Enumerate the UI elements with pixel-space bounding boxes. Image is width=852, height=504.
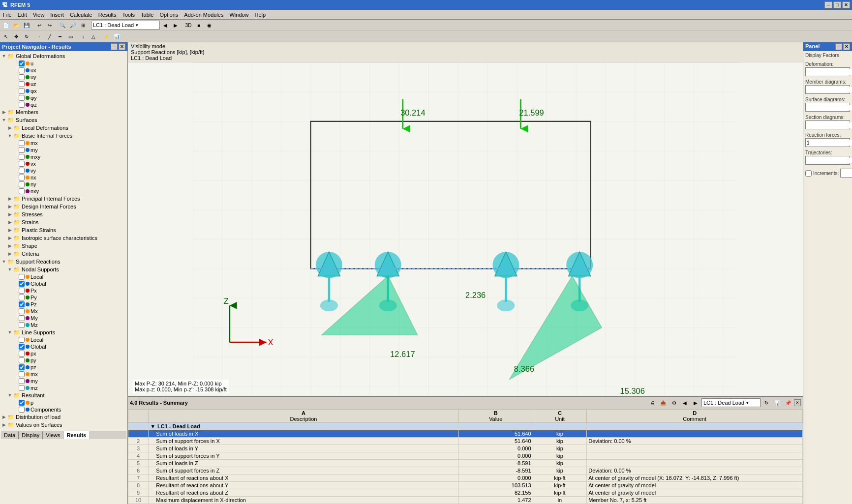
checkbox-ns-mx[interactable] <box>19 308 25 314</box>
checkbox-mx[interactable] <box>19 140 25 146</box>
tree-item-ns-mz[interactable]: Mz <box>1 322 126 328</box>
checkbox-ls-mx[interactable] <box>19 371 25 377</box>
checkbox-phix[interactable] <box>19 88 25 94</box>
menu-window[interactable]: Window <box>226 11 251 19</box>
tree-item-nodal-supports[interactable]: ▼ 📁 Nodal Supports <box>1 266 126 273</box>
results-pin-button[interactable]: 📌 <box>783 398 793 408</box>
render-button[interactable]: ■ <box>194 20 204 30</box>
calc-button[interactable]: ⚡ <box>101 31 111 41</box>
checkbox-ns-px[interactable] <box>19 288 25 294</box>
increments-spinner[interactable]: ▲ ▼ <box>840 169 852 178</box>
menu-view[interactable]: View <box>30 11 48 19</box>
results-filter-button[interactable]: ⚙ <box>669 398 679 408</box>
prev-load-button[interactable]: ◀ <box>160 20 170 30</box>
new-button[interactable]: 📄 <box>1 20 11 30</box>
3d-view-button[interactable]: 3D <box>183 20 193 30</box>
panel-tab-views[interactable]: Views <box>43 431 63 439</box>
panel-tab-display[interactable]: Display <box>19 431 43 439</box>
results-close-button[interactable]: ✕ <box>794 399 801 406</box>
tree-item-members[interactable]: ▶ 📁 Members <box>1 108 126 116</box>
section-diagrams-spinner[interactable]: ▲ ▼ <box>805 120 850 129</box>
checkbox-vx[interactable] <box>19 161 25 167</box>
expand-plastic-strains[interactable]: ▶ <box>7 228 13 233</box>
tree-item-basic-internal-forces[interactable]: ▼ 📁 Basic Internal Forces <box>1 132 126 140</box>
minimize-button[interactable]: ─ <box>824 1 832 8</box>
menu-help[interactable]: Help <box>252 11 269 19</box>
tree-item-mx[interactable]: mx <box>1 140 126 147</box>
tree-item-ls-local[interactable]: Local <box>1 336 126 343</box>
surface-diagrams-spinner[interactable]: ▲ ▼ <box>805 103 850 112</box>
tree-item-vy[interactable]: vy <box>1 167 126 174</box>
menu-results[interactable]: Results <box>95 11 120 19</box>
tree-item-ux[interactable]: ux <box>1 67 126 74</box>
checkbox-ls-global[interactable] <box>19 344 25 350</box>
expand-strains[interactable]: ▶ <box>7 220 13 225</box>
right-panel-close-button[interactable]: ✕ <box>843 43 850 50</box>
tree-item-ls-pz[interactable]: pz <box>1 364 126 371</box>
checkbox-nxy[interactable] <box>19 188 25 194</box>
checkbox-phiy[interactable] <box>19 95 25 101</box>
member-diagrams-spinner[interactable]: ▲ ▼ <box>805 85 850 94</box>
menu-insert[interactable]: Insert <box>47 11 67 19</box>
tree-item-ns-my[interactable]: My <box>1 315 126 322</box>
panel-pin-button[interactable]: ─ <box>111 43 118 50</box>
checkbox-ls-py[interactable] <box>19 357 25 363</box>
section-diagrams-input[interactable] <box>806 122 852 128</box>
tree-item-isotropic[interactable]: ▶ 📁 Isotropic surface characteristics <box>1 234 126 242</box>
panel-tab-data[interactable]: Data <box>1 431 19 439</box>
expand-members[interactable]: ▶ <box>1 110 7 115</box>
tree-item-line-supports[interactable]: ▼ 📁 Line Supports <box>1 328 126 336</box>
checkbox-phiz[interactable] <box>19 102 25 108</box>
tree-item-principal-if[interactable]: ▶ 📁 Principal Internal Forces <box>1 195 126 203</box>
right-panel-pin-button[interactable]: ─ <box>835 43 842 50</box>
results-refresh-button[interactable]: ↻ <box>761 398 771 408</box>
expand-nodal-supports[interactable]: ▼ <box>7 267 13 272</box>
tree-item-criteria[interactable]: ▶ 📁 Criteria <box>1 250 126 258</box>
support-button[interactable]: △ <box>89 31 98 41</box>
save-button[interactable]: 💾 <box>22 20 31 30</box>
zoom-in-button[interactable]: 🔍 <box>58 20 67 30</box>
tree-item-ns-pz[interactable]: Pz <box>1 301 126 308</box>
tree-item-u[interactable]: u <box>1 60 126 67</box>
tree-item-mxy[interactable]: mxy <box>1 153 126 160</box>
tree-item-ls-mz[interactable]: mz <box>1 385 126 391</box>
member-diagrams-input[interactable] <box>806 87 852 92</box>
expand-support-reactions[interactable]: ▼ <box>1 259 7 264</box>
panel-tab-results[interactable]: Results <box>63 431 89 439</box>
tree-item-my[interactable]: my <box>1 147 126 153</box>
expand-local-def[interactable]: ▶ <box>7 125 13 130</box>
expand-surfaces[interactable]: ▼ <box>1 118 7 122</box>
reaction-forces-spinner[interactable]: ▲ ▼ <box>805 138 850 147</box>
tree-item-uz[interactable]: uz <box>1 81 126 88</box>
tree-item-ls-mx[interactable]: mx <box>1 371 126 378</box>
select-button[interactable]: ↖ <box>1 31 11 41</box>
tree-item-phiz[interactable]: φz <box>1 101 126 108</box>
expand-stresses[interactable]: ▶ <box>7 212 13 217</box>
next-load-button[interactable]: ▶ <box>171 20 181 30</box>
checkbox-vy[interactable] <box>19 168 25 174</box>
increments-checkbox[interactable] <box>805 170 812 177</box>
tree-item-support-reactions[interactable]: ▼ 📁 Support Reactions <box>1 258 126 266</box>
tree-item-nx[interactable]: nx <box>1 174 126 181</box>
checkbox-ls-my[interactable] <box>19 378 25 384</box>
menu-tools[interactable]: Tools <box>119 11 138 19</box>
tree-item-ns-mx[interactable]: Mx <box>1 308 126 315</box>
checkbox-ns-local[interactable] <box>19 274 25 280</box>
checkbox-my[interactable] <box>19 147 25 153</box>
results-load-combo[interactable]: LC1 : Dead Load ▼ <box>701 398 761 407</box>
checkbox-ls-px[interactable] <box>19 351 25 356</box>
expand-shape[interactable]: ▶ <box>7 243 13 248</box>
tree-item-vx[interactable]: vx <box>1 160 126 167</box>
expand-distribution[interactable]: ▶ <box>1 415 7 419</box>
surface-diagrams-input[interactable] <box>806 105 852 110</box>
checkbox-ls-pz[interactable] <box>19 364 25 370</box>
checkbox-ns-mz[interactable] <box>19 322 25 328</box>
increments-input[interactable] <box>841 171 852 176</box>
tree-item-ns-px[interactable]: Px <box>1 287 126 294</box>
rotate-button[interactable]: ↻ <box>22 31 31 41</box>
checkbox-uz[interactable] <box>19 81 25 87</box>
checkbox-ns-pz[interactable] <box>19 301 25 307</box>
expand-principal-if[interactable]: ▶ <box>7 196 13 201</box>
checkbox-mxy[interactable] <box>19 154 25 160</box>
load-button[interactable]: ↓ <box>78 31 88 41</box>
